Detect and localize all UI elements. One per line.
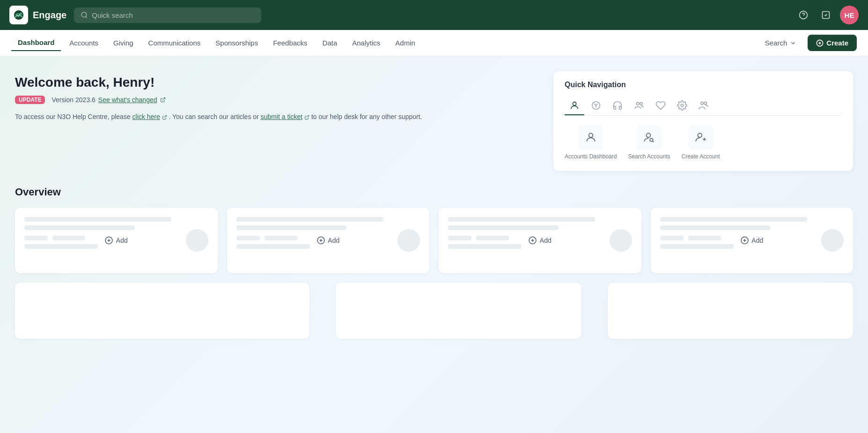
qn-item-accounts-dashboard[interactable]: Accounts Dashboard	[565, 125, 617, 160]
skeleton-line	[448, 225, 559, 230]
qn-tab-communications[interactable]	[608, 97, 627, 115]
nav-sponsorships[interactable]: Sponsorships	[209, 35, 265, 51]
sec-nav-right: Search Create	[759, 35, 857, 51]
add-icon	[316, 236, 325, 245]
submit-ticket-link[interactable]: submit a ticket	[261, 113, 302, 120]
svg-line-7	[162, 98, 165, 101]
skeleton-line	[24, 217, 171, 222]
svg-point-20	[698, 133, 702, 137]
skeleton-line	[448, 217, 595, 222]
help-button[interactable]	[795, 7, 812, 23]
create-button[interactable]: Create	[808, 35, 857, 51]
quick-search-bar[interactable]: Quick search	[74, 7, 261, 23]
top-nav-right: HE	[795, 6, 859, 24]
overview-wide-card-1	[15, 283, 309, 339]
overview-card-2: Add	[227, 208, 430, 273]
main-content: Welcome back, Henry! UPDATE Version 2023…	[0, 56, 868, 433]
quick-search-placeholder: Quick search	[92, 11, 133, 19]
skeleton-line	[660, 225, 771, 230]
overview-section: Overview Add	[15, 186, 853, 339]
people2-icon	[699, 100, 709, 111]
svg-line-9	[307, 115, 309, 118]
logo-wrap[interactable]: Engage	[9, 6, 66, 24]
create-account-icon	[689, 125, 713, 149]
top-nav: Engage Quick search HE	[0, 0, 868, 30]
person-icon	[569, 100, 580, 111]
spacer	[319, 283, 326, 339]
nav-feedbacks[interactable]: Feedbacks	[266, 35, 314, 51]
search-accounts-svg	[643, 131, 655, 143]
logo-box	[9, 6, 28, 24]
add-icon	[529, 236, 537, 245]
qn-tab-admin[interactable]	[694, 97, 714, 115]
card-1-add-btn[interactable]: Add	[105, 236, 128, 245]
user-avatar[interactable]: HE	[840, 6, 859, 24]
welcome-row: Welcome back, Henry! UPDATE Version 2023…	[15, 71, 853, 171]
search-accounts-label: Search Accounts	[628, 153, 670, 160]
version-line: UPDATE Version 2023.6 See what's changed	[15, 96, 538, 104]
svg-line-8	[164, 115, 166, 118]
quick-nav-items: Accounts Dashboard Search Accounts	[565, 125, 842, 160]
update-badge: UPDATE	[15, 96, 45, 104]
svg-point-19	[650, 138, 654, 142]
skeleton-line	[660, 244, 734, 249]
svg-point-0	[81, 12, 87, 17]
external-link-icon-3	[304, 115, 309, 120]
nav-analytics[interactable]: Analytics	[346, 35, 387, 51]
overview-title: Overview	[15, 186, 853, 198]
heart-icon	[655, 100, 666, 111]
nav-admin[interactable]: Admin	[389, 35, 422, 51]
add-icon	[740, 236, 749, 245]
svg-point-14	[681, 104, 684, 107]
create-account-label: Create Account	[681, 153, 720, 160]
add-icon	[105, 236, 113, 245]
quick-nav-title: Quick Navigation	[565, 81, 842, 89]
qn-tab-sponsorships[interactable]	[629, 97, 649, 115]
see-changes-link[interactable]: See what's changed	[98, 96, 157, 104]
plus-icon	[816, 39, 824, 47]
svg-point-18	[647, 133, 651, 137]
nav-dashboard[interactable]: Dashboard	[11, 35, 61, 51]
search-dropdown[interactable]: Search	[759, 35, 802, 51]
skeleton-line	[24, 244, 98, 249]
overview-cards-row-2	[15, 283, 853, 339]
card-1-add-label: Add	[116, 237, 128, 244]
card-4-add-btn[interactable]: Add	[740, 236, 763, 245]
card-avatar	[186, 229, 208, 252]
quick-nav-panel: Quick Navigation	[553, 71, 853, 171]
card-2-add-btn[interactable]: Add	[316, 236, 339, 245]
qn-item-create-account[interactable]: Create Account	[681, 125, 720, 160]
svg-point-10	[573, 102, 576, 105]
qn-tab-accounts[interactable]	[565, 97, 584, 115]
quick-nav-tabs	[565, 97, 842, 116]
svg-point-13	[640, 103, 643, 105]
qn-tab-data[interactable]	[672, 97, 692, 115]
qn-tab-giving[interactable]	[586, 97, 606, 115]
search-label: Search	[765, 39, 787, 47]
group-icon	[634, 100, 644, 111]
click-here-link[interactable]: click here	[132, 113, 160, 120]
accounts-dash-svg	[585, 131, 597, 143]
overview-card-1: Add	[15, 208, 218, 273]
engage-logo-icon	[13, 9, 24, 21]
skeleton-line	[24, 225, 135, 230]
svg-point-17	[588, 133, 593, 137]
qn-tab-giving2[interactable]	[651, 97, 670, 115]
headset-icon	[612, 100, 623, 111]
help-text: To access our N3O Help Centre, please cl…	[15, 112, 538, 122]
nav-accounts[interactable]: Accounts	[63, 35, 105, 51]
version-text: Version 2023.6	[51, 96, 95, 104]
accounts-dashboard-label: Accounts Dashboard	[565, 153, 617, 160]
help-icon	[799, 10, 808, 20]
search-icon	[81, 11, 88, 19]
overview-cards-row-1: Add Add	[15, 208, 853, 273]
qn-item-search-accounts[interactable]: Search Accounts	[628, 125, 670, 160]
nav-giving[interactable]: Giving	[107, 35, 140, 51]
secondary-nav: Dashboard Accounts Giving Communications…	[0, 30, 868, 56]
skeleton-line	[236, 225, 347, 230]
settings-icon	[677, 100, 687, 111]
nav-communications[interactable]: Communications	[142, 35, 207, 51]
tasks-button[interactable]	[817, 7, 834, 23]
card-3-add-btn[interactable]: Add	[529, 236, 552, 245]
nav-data[interactable]: Data	[316, 35, 344, 51]
